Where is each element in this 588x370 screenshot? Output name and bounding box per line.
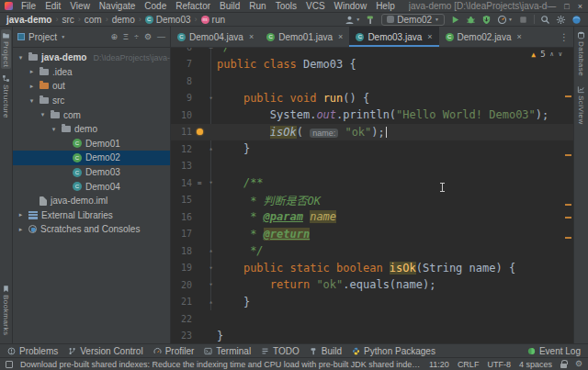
- chevron-down-icon[interactable]: ▾: [28, 97, 36, 105]
- sciview-icon[interactable]: [577, 85, 585, 94]
- tab-demo01[interactable]: CDemo01.java×: [260, 27, 349, 47]
- breadcrumb-item-com[interactable]: com: [85, 15, 102, 25]
- menu-item-build[interactable]: Build: [215, 1, 244, 11]
- tab-demo02[interactable]: CDemo02.java×: [439, 27, 528, 47]
- tree-item-java-demo-iml[interactable]: java-demo.iml: [13, 194, 170, 208]
- database-icon[interactable]: [577, 31, 585, 39]
- tree-item-demo03[interactable]: CDemo03: [13, 165, 170, 180]
- chevron-down-icon[interactable]: ▾: [17, 54, 25, 62]
- maximize-icon[interactable]: □: [564, 2, 569, 11]
- problems-icon[interactable]: [7, 347, 16, 355]
- user-icon[interactable]: ▼: [345, 15, 360, 25]
- vcs-icon[interactable]: [68, 347, 76, 355]
- fold-marker-icon[interactable]: ▴: [205, 145, 217, 152]
- collapse-all-icon[interactable]: Ξ: [123, 32, 129, 41]
- menu-item-help[interactable]: Help: [371, 1, 400, 11]
- search-icon[interactable]: [540, 15, 550, 25]
- line-ending[interactable]: CRLF: [458, 360, 480, 369]
- background-tasks-icon[interactable]: ⚙: [575, 360, 582, 368]
- fold-marker-icon[interactable]: ▴: [205, 298, 217, 306]
- close-icon[interactable]: ×: [249, 32, 254, 41]
- fold-marker-icon[interactable]: ▾: [205, 179, 217, 186]
- intention-bulb-icon[interactable]: [195, 129, 205, 135]
- tree-item-external-libraries[interactable]: ▸External Libraries: [13, 208, 170, 223]
- tree-item-com[interactable]: ▾com: [13, 107, 170, 122]
- settings-icon[interactable]: [556, 15, 566, 25]
- tree-item-scratches-and-consoles[interactable]: ▸Scratches and Consoles: [13, 222, 170, 237]
- tool-window-button-python-packages[interactable]: Python Packages: [352, 346, 435, 356]
- tool-window-button-bookmarks[interactable]: Bookmarks: [1, 283, 11, 338]
- structure-icon[interactable]: [2, 74, 10, 83]
- debug-button-icon[interactable]: [466, 15, 476, 25]
- fold-marker-icon[interactable]: ▾: [205, 281, 217, 288]
- menu-item-tools[interactable]: Tools: [271, 1, 301, 11]
- close-icon[interactable]: ×: [427, 32, 432, 41]
- tool-window-button-sciview[interactable]: SciView: [576, 84, 586, 127]
- tool-window-button-problems[interactable]: Problems: [7, 346, 58, 356]
- terminal-icon[interactable]: [204, 347, 212, 355]
- tool-window-button-terminal[interactable]: Terminal: [204, 346, 251, 356]
- fold-marker-icon[interactable]: ▾: [205, 264, 217, 272]
- locate-icon[interactable]: ⊕: [111, 32, 119, 41]
- menu-item-view[interactable]: View: [65, 1, 95, 11]
- chevron-right-icon[interactable]: ▸: [17, 211, 25, 219]
- python-icon[interactable]: [352, 347, 360, 355]
- prev-warning-icon[interactable]: ∧: [550, 50, 554, 58]
- more-options-icon[interactable]: ⋮: [560, 32, 569, 42]
- gauge-icon[interactable]: [153, 347, 162, 355]
- settings-icon[interactable]: ⚙: [144, 32, 152, 41]
- tool-window-switcher-icon[interactable]: [6, 361, 13, 368]
- breadcrumb-item-java-demo[interactable]: java-demo: [6, 15, 51, 25]
- menu-item-code[interactable]: Code: [140, 1, 171, 11]
- menu-item-vcs[interactable]: VCS: [301, 1, 330, 11]
- todo-icon[interactable]: [261, 347, 269, 355]
- minimize-icon[interactable]: —: [548, 2, 556, 11]
- tree-item-demo01[interactable]: CDemo01: [13, 137, 170, 151]
- chevron-right-icon[interactable]: ▸: [17, 226, 25, 233]
- tool-window-button-build[interactable]: Build: [310, 346, 342, 356]
- tool-window-button-todo[interactable]: TODO: [261, 346, 300, 356]
- chevron-down-icon[interactable]: ▾: [50, 126, 58, 133]
- tree-item-java-demo[interactable]: ▾java-demoD:\IdeaProjects\java-demo: [13, 50, 170, 65]
- fold-marker-icon[interactable]: ⊟: [205, 48, 217, 50]
- chevron-right-icon[interactable]: ▸: [28, 68, 36, 75]
- tab-demo03[interactable]: CDemo03.java×: [349, 27, 438, 47]
- breadcrumb-item-demo03[interactable]: CDemo03: [145, 15, 191, 25]
- tool-window-button-database[interactable]: Database: [576, 29, 586, 78]
- inspections-widget[interactable]: ▲ 5 ∧ ∨: [531, 50, 562, 59]
- chevron-down-icon[interactable]: ▼: [61, 34, 65, 39]
- tool-window-button-structure[interactable]: Structure: [1, 73, 11, 120]
- tree-item-demo02[interactable]: CDemo02: [13, 151, 170, 165]
- breadcrumb-item-demo[interactable]: demo: [112, 15, 135, 25]
- expand-all-icon[interactable]: ÷: [134, 32, 139, 41]
- menu-item-edit[interactable]: Edit: [40, 1, 65, 11]
- menu-item-run[interactable]: Run: [244, 1, 270, 11]
- tree-item-demo04[interactable]: CDemo04: [13, 179, 170, 194]
- chevron-down-icon[interactable]: ▾: [39, 111, 47, 118]
- status-message[interactable]: Download pre-built shared indexes: Reduc…: [20, 360, 422, 369]
- tool-window-button-profiler[interactable]: Profiler: [153, 346, 195, 356]
- run-button-icon[interactable]: [450, 15, 460, 25]
- close-icon[interactable]: ×: [338, 32, 343, 41]
- file-encoding[interactable]: UTF-8: [487, 360, 511, 369]
- caret-position[interactable]: 11:20: [429, 360, 449, 369]
- tool-window-button-project[interactable]: Project: [1, 29, 11, 69]
- close-icon[interactable]: ×: [516, 32, 521, 41]
- tab-demo04[interactable]: CDemo04.java×: [171, 27, 260, 47]
- tool-window-button-version-control[interactable]: Version Control: [68, 346, 142, 356]
- bookmarks-icon[interactable]: [2, 285, 10, 293]
- project-panel-title[interactable]: Project: [28, 32, 57, 42]
- profiler-icon[interactable]: ▼: [497, 15, 513, 25]
- chevron-right-icon[interactable]: ▸: [28, 83, 36, 90]
- hammer-icon[interactable]: [366, 15, 376, 25]
- close-icon[interactable]: ×: [578, 2, 582, 11]
- code-editor[interactable]: ▲ 5 ∧ ∨ 6⊟*/7public class Demo03 {89▾ pu…: [171, 48, 573, 343]
- lock-icon[interactable]: [560, 364, 567, 368]
- menu-item-refactor[interactable]: Refactor: [171, 1, 215, 11]
- indent-setting[interactable]: 4 spaces: [519, 360, 552, 369]
- tool-window-button-event-log[interactable]: Event Log: [527, 346, 581, 356]
- hide-icon[interactable]: —: [157, 32, 165, 41]
- menu-item-window[interactable]: Window: [330, 1, 372, 11]
- stop-button-icon[interactable]: [518, 15, 528, 25]
- eventlog-icon[interactable]: [527, 347, 536, 355]
